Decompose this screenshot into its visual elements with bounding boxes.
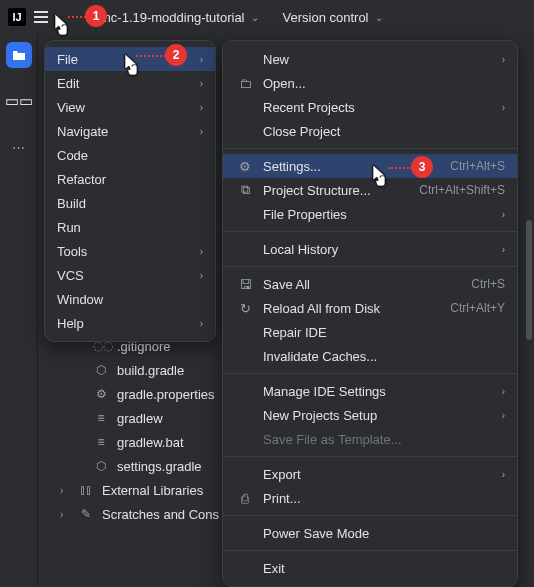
menu-item-label: Tools xyxy=(57,244,190,259)
left-toolbar: ▭▭ ⋯ xyxy=(0,34,38,587)
menu-item-build[interactable]: Build xyxy=(45,191,215,215)
project-tool-button[interactable] xyxy=(6,42,32,68)
menu-item-label: New Projects Setup xyxy=(263,408,492,423)
chevron-right-icon: › xyxy=(200,78,203,89)
scratch-icon: ✎ xyxy=(78,507,94,521)
project-dropdown[interactable]: mc-1.19-modding-tutorial ⌄ xyxy=(100,10,259,25)
menu-item-label: Save File as Template... xyxy=(263,432,505,447)
menu-item-label: Invalidate Caches... xyxy=(263,349,505,364)
chevron-down-icon: ⌄ xyxy=(375,12,383,23)
chevron-right-icon: › xyxy=(502,410,505,421)
file-icon: ≡ xyxy=(93,435,109,449)
shortcut-label: Ctrl+S xyxy=(471,277,505,291)
file-menu-project-structure[interactable]: ⧉Project Structure...Ctrl+Alt+Shift+S xyxy=(223,178,517,202)
reload-icon: ↻ xyxy=(237,301,253,316)
menu-item-file[interactable]: File› xyxy=(45,47,215,71)
file-menu-local-history[interactable]: Local History› xyxy=(223,237,517,261)
file-menu-reload-all-from-disk[interactable]: ↻Reload All from DiskCtrl+Alt+Y xyxy=(223,296,517,320)
file-menu-new-projects-setup[interactable]: New Projects Setup› xyxy=(223,403,517,427)
file-menu-save-file-as-template: Save File as Template... xyxy=(223,427,517,451)
gear-icon: ⚙ xyxy=(93,387,109,401)
more-tool-button[interactable]: ⋯ xyxy=(6,134,32,160)
file-menu-repair-ide[interactable]: Repair IDE xyxy=(223,320,517,344)
shortcut-label: Ctrl+Alt+S xyxy=(450,159,505,173)
menu-item-label: Close Project xyxy=(263,124,505,139)
scrollbar-thumb[interactable] xyxy=(526,220,532,340)
shortcut-label: Ctrl+Alt+Shift+S xyxy=(419,183,505,197)
file-menu-invalidate-caches[interactable]: Invalidate Caches... xyxy=(223,344,517,368)
tree-root-label: Scratches and Cons xyxy=(102,507,219,522)
version-control-dropdown[interactable]: Version control ⌄ xyxy=(283,10,383,25)
menu-item-label: Export xyxy=(263,467,492,482)
menu-item-view[interactable]: View› xyxy=(45,95,215,119)
shortcut-label: Ctrl+Alt+Y xyxy=(450,301,505,315)
menu-item-label: Repair IDE xyxy=(263,325,505,340)
file-menu-settings[interactable]: ⚙Settings...Ctrl+Alt+S xyxy=(223,154,517,178)
file-label: gradlew.bat xyxy=(117,435,184,450)
chevron-right-icon: › xyxy=(502,386,505,397)
menu-item-label: Edit xyxy=(57,76,190,91)
file-label: gradlew xyxy=(117,411,163,426)
chevron-right-icon: › xyxy=(60,509,70,520)
chevron-right-icon: › xyxy=(200,102,203,113)
file-menu-new[interactable]: New› xyxy=(223,47,517,71)
menu-item-run[interactable]: Run xyxy=(45,215,215,239)
main-menu-button[interactable] xyxy=(32,7,50,27)
menu-item-label: Power Save Mode xyxy=(263,526,505,541)
menu-item-tools[interactable]: Tools› xyxy=(45,239,215,263)
chevron-down-icon: ⌄ xyxy=(251,12,259,23)
file-menu-save-all[interactable]: 🖫Save AllCtrl+S xyxy=(223,272,517,296)
menu-item-label: Refactor xyxy=(57,172,203,187)
folder-icon: 🗀 xyxy=(237,76,253,91)
file-icon: ≡ xyxy=(93,411,109,425)
menu-item-label: Help xyxy=(57,316,190,331)
file-menu-exit[interactable]: Exit xyxy=(223,556,517,580)
menu-item-vcs[interactable]: VCS› xyxy=(45,263,215,287)
file-menu-power-save-mode[interactable]: Power Save Mode xyxy=(223,521,517,545)
file-label: settings.gradle xyxy=(117,459,202,474)
file-menu-print[interactable]: ⎙Print... xyxy=(223,486,517,510)
menu-item-label: Navigate xyxy=(57,124,190,139)
menu-item-label: Exit xyxy=(263,561,505,576)
main-menu-popup: File›Edit›View›Navigate›CodeRefactorBuil… xyxy=(44,40,216,342)
chevron-right-icon: › xyxy=(502,102,505,113)
menu-item-refactor[interactable]: Refactor xyxy=(45,167,215,191)
file-menu-recent-projects[interactable]: Recent Projects› xyxy=(223,95,517,119)
menu-item-help[interactable]: Help› xyxy=(45,311,215,335)
file-label: build.gradle xyxy=(117,363,184,378)
menu-item-label: Code xyxy=(57,148,203,163)
menu-item-label: Save All xyxy=(263,277,461,292)
chevron-right-icon: › xyxy=(502,244,505,255)
file-menu-file-properties[interactable]: File Properties› xyxy=(223,202,517,226)
intellij-logo-icon: IJ xyxy=(8,8,26,26)
gear-icon: ⚙ xyxy=(237,159,253,174)
menu-item-label: File xyxy=(57,52,190,67)
file-menu-close-project[interactable]: Close Project xyxy=(223,119,517,143)
chevron-right-icon: › xyxy=(200,318,203,329)
file-menu-export[interactable]: Export› xyxy=(223,462,517,486)
menu-item-label: Build xyxy=(57,196,203,211)
tree-root-label: External Libraries xyxy=(102,483,203,498)
file-menu-open[interactable]: 🗀Open... xyxy=(223,71,517,95)
menu-item-label: Reload All from Disk xyxy=(263,301,440,316)
menu-item-label: VCS xyxy=(57,268,190,283)
file-menu-popup: New›🗀Open...Recent Projects›Close Projec… xyxy=(222,40,518,587)
version-control-label: Version control xyxy=(283,10,369,25)
structure-tool-button[interactable]: ▭▭ xyxy=(6,88,32,114)
file-menu-manage-ide-settings[interactable]: Manage IDE Settings› xyxy=(223,379,517,403)
print-icon: ⎙ xyxy=(237,491,253,506)
menu-item-label: Recent Projects xyxy=(263,100,492,115)
menu-item-navigate[interactable]: Navigate› xyxy=(45,119,215,143)
menu-item-label: File Properties xyxy=(263,207,492,222)
lib-icon: ⫿⫿ xyxy=(78,483,94,497)
project-name-label: mc-1.19-modding-tutorial xyxy=(100,10,245,25)
menu-item-code[interactable]: Code xyxy=(45,143,215,167)
gradle-icon: ⬡ xyxy=(93,459,109,473)
chevron-right-icon: › xyxy=(200,54,203,65)
menu-item-label: Settings... xyxy=(263,159,440,174)
gradle-icon: ⬡ xyxy=(93,363,109,377)
menu-item-window[interactable]: Window xyxy=(45,287,215,311)
chevron-right-icon: › xyxy=(502,469,505,480)
menu-item-edit[interactable]: Edit› xyxy=(45,71,215,95)
chevron-right-icon: › xyxy=(502,54,505,65)
